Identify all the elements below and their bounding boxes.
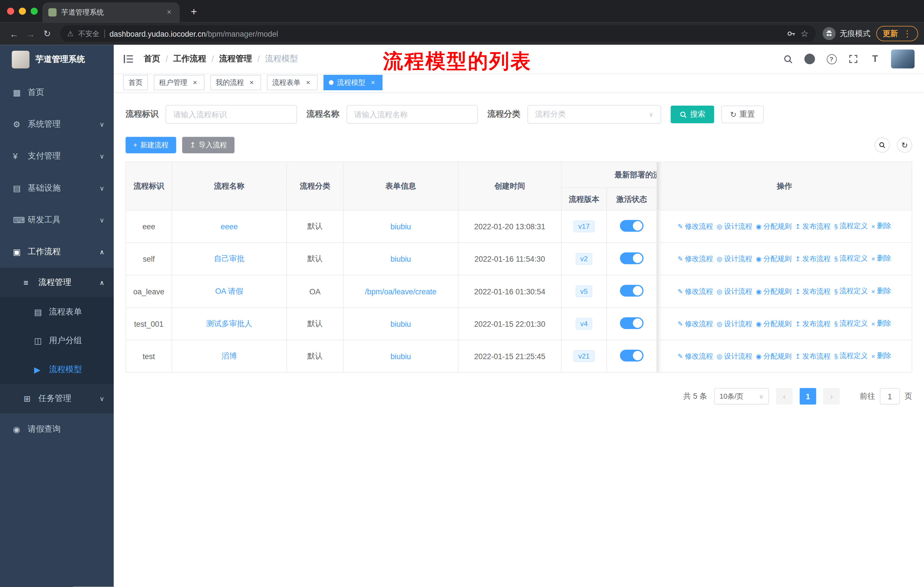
create-process-button[interactable]: + 新建流程	[125, 137, 176, 153]
publish-process-link[interactable]: ↥发布流程	[795, 254, 831, 264]
tab-close-icon[interactable]: ×	[164, 8, 174, 17]
sidebar-item-devtools[interactable]: ⌨ 研发工具 ∨	[0, 204, 114, 236]
assign-rule-link[interactable]: ◉分配规则	[756, 222, 792, 231]
page-number-1[interactable]: 1	[800, 388, 816, 405]
delete-link[interactable]: ×删除	[871, 319, 891, 329]
tag-close-icon[interactable]: ×	[369, 79, 377, 87]
process-definition-link[interactable]: §流程定义	[834, 319, 868, 329]
active-toggle[interactable]	[620, 252, 643, 264]
tag-home[interactable]: 首页	[123, 75, 148, 90]
publish-process-link[interactable]: ↥发布流程	[795, 351, 831, 361]
process-definition-link[interactable]: §流程定义	[834, 221, 868, 231]
delete-link[interactable]: ×删除	[871, 351, 891, 361]
fullscreen-icon[interactable]	[848, 53, 859, 65]
browser-menu-icon[interactable]: ⋮	[903, 28, 912, 39]
process-name-link[interactable]: OA 请假	[215, 287, 243, 296]
breadcrumb-process-management[interactable]: 流程管理	[219, 54, 252, 64]
import-process-button[interactable]: ↥ 导入流程	[182, 137, 234, 153]
design-process-link[interactable]: ◎设计流程	[717, 351, 752, 361]
minimize-window-button[interactable]	[19, 8, 26, 15]
modify-process-link[interactable]: ✎修改流程	[678, 351, 713, 361]
sidebar-item-infrastructure[interactable]: ▤ 基础设施 ∨	[0, 172, 114, 204]
sidebar-item-user-group[interactable]: ◫ 用户分组	[0, 326, 114, 355]
design-process-link[interactable]: ◎设计流程	[717, 319, 752, 329]
form-info-link[interactable]: biubiu	[390, 319, 411, 328]
bookmark-star-icon[interactable]: ☆	[800, 28, 808, 39]
sidebar-fold-icon[interactable]	[123, 53, 135, 65]
active-toggle[interactable]	[620, 349, 643, 361]
form-info-link[interactable]: biubiu	[390, 352, 411, 360]
tag-my-process[interactable]: 我的流程 ×	[210, 75, 261, 90]
process-name-link[interactable]: 自己审批	[214, 254, 244, 263]
reset-button[interactable]: ↻ 重置	[721, 106, 764, 123]
process-id-input[interactable]	[165, 105, 297, 124]
sidebar-item-payment[interactable]: ¥ 支付管理 ∨	[0, 141, 114, 172]
delete-link[interactable]: ×删除	[871, 286, 891, 296]
tag-process-model[interactable]: 流程模型 ×	[323, 75, 383, 90]
sidebar-item-process-management[interactable]: ≡ 流程管理 ∧	[0, 268, 114, 297]
help-icon[interactable]: ?	[825, 53, 837, 65]
maximize-window-button[interactable]	[31, 8, 38, 15]
modify-process-link[interactable]: ✎修改流程	[678, 254, 713, 264]
tag-tenant-management[interactable]: 租户管理 ×	[154, 75, 205, 90]
search-button[interactable]: 搜索	[670, 106, 714, 123]
form-info-link[interactable]: biubiu	[390, 222, 411, 231]
assign-rule-link[interactable]: ◉分配规则	[756, 351, 792, 361]
delete-link[interactable]: ×删除	[871, 254, 891, 264]
modify-process-link[interactable]: ✎修改流程	[678, 222, 713, 231]
process-definition-link[interactable]: §流程定义	[834, 286, 868, 296]
user-avatar[interactable]	[891, 50, 914, 68]
search-icon[interactable]	[782, 53, 794, 65]
form-info-link[interactable]: /bpm/oa/leave/create	[365, 287, 437, 296]
page-size-select[interactable]: 10条/页 ∨	[714, 388, 769, 405]
assign-rule-link[interactable]: ◉分配规则	[756, 254, 792, 264]
publish-process-link[interactable]: ↥发布流程	[795, 319, 831, 329]
reload-button[interactable]: ↻	[39, 25, 56, 42]
breadcrumb-workflow[interactable]: 工作流程	[173, 54, 206, 64]
back-button[interactable]: ←	[6, 25, 23, 42]
assign-rule-link[interactable]: ◉分配规则	[756, 319, 792, 329]
prev-page-button[interactable]: ‹	[776, 388, 793, 405]
modify-process-link[interactable]: ✎修改流程	[678, 286, 713, 296]
active-toggle[interactable]	[620, 220, 643, 231]
process-name-input[interactable]	[346, 105, 478, 124]
browser-update-button[interactable]: 更新 ⋮	[876, 26, 918, 41]
process-category-select[interactable]: 流程分类 ∨	[527, 105, 661, 124]
publish-process-link[interactable]: ↥发布流程	[795, 286, 831, 296]
publish-process-link[interactable]: ↥发布流程	[795, 222, 831, 231]
process-definition-link[interactable]: §流程定义	[834, 254, 868, 264]
browser-tab[interactable]: 芋道管理系统 ×	[42, 2, 180, 22]
design-process-link[interactable]: ◎设计流程	[717, 254, 752, 264]
address-bar[interactable]: ⚠ 不安全 dashboard.yudao.iocoder.cn/bpm/man…	[60, 25, 816, 42]
sidebar-logo[interactable]: 芋道管理系统	[0, 45, 114, 74]
refresh-table-button[interactable]: ↻	[897, 137, 912, 152]
assign-rule-link[interactable]: ◉分配规则	[756, 286, 792, 296]
tag-process-form[interactable]: 流程表单 ×	[267, 75, 318, 90]
design-process-link[interactable]: ◎设计流程	[717, 286, 752, 296]
toggle-search-button[interactable]	[874, 137, 889, 152]
tag-close-icon[interactable]: ×	[248, 79, 256, 87]
sidebar-item-home[interactable]: ▦ 首页	[0, 76, 114, 108]
delete-link[interactable]: ×删除	[871, 221, 891, 231]
form-info-link[interactable]: biubiu	[390, 255, 411, 263]
new-tab-button[interactable]: +	[186, 4, 202, 21]
sidebar-item-system[interactable]: ⚙ 系统管理 ∨	[0, 109, 114, 141]
sidebar-item-process-form[interactable]: ▤ 流程表单	[0, 297, 114, 326]
sidebar-item-process-model[interactable]: ▶ 流程模型	[0, 355, 114, 384]
github-icon[interactable]	[804, 53, 815, 65]
process-name-link[interactable]: 滔博	[222, 351, 237, 360]
process-name-link[interactable]: eeee	[221, 222, 238, 231]
active-toggle[interactable]	[620, 317, 643, 329]
sidebar-item-task-management[interactable]: ⊞ 任务管理 ∨	[0, 384, 114, 413]
design-process-link[interactable]: ◎设计流程	[717, 222, 752, 231]
breadcrumb-home[interactable]: 首页	[144, 54, 160, 64]
process-definition-link[interactable]: §流程定义	[834, 351, 868, 361]
process-name-link[interactable]: 测试多审批人	[206, 319, 252, 328]
font-size-icon[interactable]: T	[869, 53, 881, 65]
modify-process-link[interactable]: ✎修改流程	[678, 319, 713, 329]
sidebar-item-workflow[interactable]: ▣ 工作流程 ∧	[0, 236, 114, 268]
close-window-button[interactable]	[7, 8, 14, 15]
next-page-button[interactable]: ›	[823, 388, 840, 405]
sidebar-item-leave-query[interactable]: ◉ 请假查询	[0, 413, 114, 445]
tag-close-icon[interactable]: ×	[191, 79, 200, 87]
